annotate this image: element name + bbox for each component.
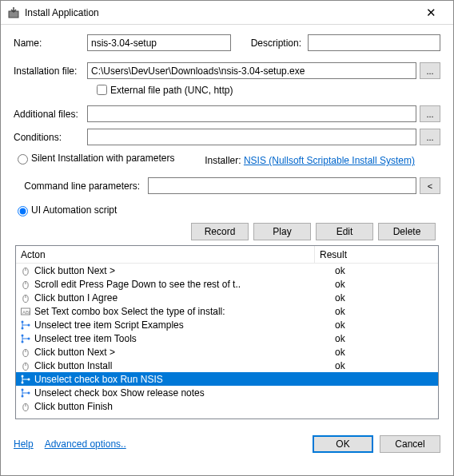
tree-icon: [19, 387, 32, 399]
cell-result: ok: [330, 265, 438, 276]
installation-file-input[interactable]: [87, 62, 416, 79]
play-button[interactable]: Play: [253, 223, 311, 240]
tree-icon: [19, 374, 32, 385]
cell-acton: Scroll edit Press Page Down to see the r…: [34, 279, 330, 290]
additional-files-label: Additional files:: [14, 109, 87, 120]
mouse-icon: [19, 279, 32, 290]
actions-grid: Acton Result Click button Next >okScroll…: [15, 245, 439, 419]
grid-row[interactable]: Unselect check box Run NSIS: [16, 372, 438, 386]
mouse-icon: [19, 292, 32, 303]
app-icon: [7, 6, 20, 19]
cell-result: ok: [330, 306, 438, 317]
cell-acton: Unselect tree item Tools: [34, 333, 330, 344]
cell-acton: Set Text combo box Select the type of in…: [34, 306, 330, 317]
cell-result: ok: [330, 360, 438, 371]
grid-row[interactable]: Unselect tree item Toolsok: [16, 331, 438, 345]
grid-row[interactable]: Click button Finish: [16, 399, 438, 413]
command-line-parameters-label: Command line parameters:: [14, 180, 148, 192]
svg-text:AB|: AB|: [22, 309, 30, 314]
conditions-label: Conditions:: [14, 132, 87, 143]
cell-acton: Unselect check box Run NSIS: [34, 374, 330, 385]
help-link[interactable]: Help: [14, 438, 34, 450]
cell-acton: Unselect tree item Script Examples: [34, 319, 330, 331]
window-title: Install Application: [25, 7, 415, 18]
grid-row[interactable]: Click button Next >ok: [16, 264, 438, 277]
external-file-path-label: External file path (UNC, http): [110, 85, 233, 96]
cancel-button[interactable]: Cancel: [380, 435, 440, 453]
column-header-acton[interactable]: Acton: [16, 246, 315, 263]
column-header-result[interactable]: Result: [315, 249, 438, 260]
titlebar: Install Application ✕: [1, 1, 453, 25]
cell-result: ok: [330, 347, 438, 358]
command-line-reset-button[interactable]: <: [420, 177, 440, 194]
installation-file-label: Installation file:: [14, 65, 87, 77]
cell-acton: Unselect check box Show release notes: [34, 387, 330, 399]
text-icon: AB|: [19, 306, 32, 317]
record-button[interactable]: Record: [191, 223, 249, 240]
grid-row[interactable]: Scroll edit Press Page Down to see the r…: [16, 277, 438, 291]
close-icon: ✕: [426, 6, 436, 20]
cell-acton: Click button Next >: [34, 347, 330, 358]
grid-row[interactable]: Click button Installok: [16, 359, 438, 372]
grid-row[interactable]: Click button I Agreeok: [16, 291, 438, 304]
delete-button[interactable]: Delete: [378, 223, 436, 240]
conditions-input[interactable]: [87, 129, 416, 145]
command-line-parameters-input[interactable]: [148, 177, 416, 194]
grid-row[interactable]: Click button Next >ok: [16, 345, 438, 359]
conditions-browse-button[interactable]: ...: [420, 129, 440, 145]
edit-button[interactable]: Edit: [316, 223, 373, 240]
close-button[interactable]: ✕: [415, 1, 447, 25]
name-label: Name:: [14, 38, 87, 49]
grid-row[interactable]: AB|Set Text combo box Select the type of…: [16, 304, 438, 318]
cell-result: ok: [330, 333, 438, 344]
cell-result: ok: [330, 279, 438, 290]
footer: Help Advanced options.. OK Cancel: [1, 427, 453, 462]
ui-automation-label: UI Automation script: [31, 204, 117, 216]
installer-link[interactable]: NSIS (Nullsoft Scriptable Install System…: [244, 155, 415, 166]
silent-installation-radio[interactable]: [18, 154, 28, 165]
installation-file-browse-button[interactable]: ...: [420, 62, 440, 79]
cell-acton: Click button Next >: [34, 265, 330, 276]
silent-installation-label: Silent Installation with parameters: [31, 153, 174, 164]
cell-acton: Click button Finish: [34, 401, 330, 412]
cell-acton: Click button I Agree: [34, 292, 330, 303]
grid-row[interactable]: Unselect tree item Script Examplesok: [16, 318, 438, 331]
external-file-path-checkbox[interactable]: [97, 85, 107, 95]
additional-files-browse-button[interactable]: ...: [420, 105, 440, 122]
description-label: Description:: [245, 38, 301, 49]
mouse-icon: [19, 347, 32, 358]
cell-result: ok: [330, 319, 438, 331]
name-input[interactable]: [87, 34, 231, 51]
mouse-icon: [19, 401, 32, 412]
description-input[interactable]: [308, 34, 440, 51]
mouse-icon: [19, 360, 32, 371]
mouse-icon: [19, 265, 32, 276]
ui-automation-radio[interactable]: [18, 206, 28, 216]
grid-header: Acton Result: [16, 246, 438, 264]
tree-icon: [19, 319, 32, 331]
cell-acton: Click button Install: [34, 360, 330, 371]
installer-label: Installer:: [205, 155, 241, 166]
ok-button[interactable]: OK: [313, 435, 373, 453]
grid-row[interactable]: Unselect check box Show release notes: [16, 386, 438, 399]
cell-result: ok: [330, 292, 438, 303]
advanced-options-link[interactable]: Advanced options..: [45, 438, 126, 450]
tree-icon: [19, 333, 32, 344]
additional-files-input[interactable]: [87, 105, 416, 122]
